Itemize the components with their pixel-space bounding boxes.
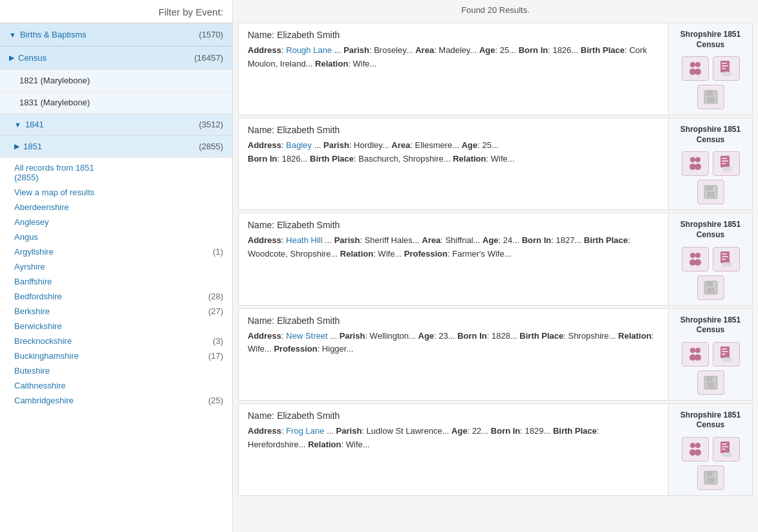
- card-actions-1: Shropshire 1851Census: [668, 23, 752, 114]
- result-5-address-link[interactable]: Frog Lane: [286, 426, 324, 436]
- brecknockshire-link[interactable]: Brecknockshire: [14, 336, 72, 346]
- result-3-address-link[interactable]: Heath Hill: [286, 235, 322, 245]
- result-card-3: Name: Elizabeth Smith Address: Heath Hil…: [238, 213, 753, 305]
- result-1-details: Address: Rough Lane ... Parish: Broseley…: [248, 44, 659, 71]
- filter-title: Filter by Event:: [0, 0, 232, 23]
- link-all-records[interactable]: All records from 1851(2855): [0, 160, 232, 185]
- result-2-address-link[interactable]: Bagley: [286, 140, 312, 150]
- all-records-link[interactable]: All records from 1851(2855): [14, 163, 94, 182]
- card-1-family-button[interactable]: [682, 56, 709, 81]
- svg-point-13: [695, 157, 700, 162]
- link-ayrshire[interactable]: Ayrshire: [0, 259, 232, 274]
- results-header: Found 20 Results.: [233, 0, 758, 20]
- link-bedfordshire[interactable]: Bedfordshire (28): [0, 289, 232, 304]
- census-label: Census: [18, 53, 47, 63]
- census-count: (16457): [194, 53, 223, 63]
- svg-rect-55: [722, 449, 726, 450]
- card-4-family-button[interactable]: [682, 342, 709, 367]
- svg-rect-58: [706, 471, 713, 476]
- berwickshire-link[interactable]: Berwickshire: [14, 321, 62, 331]
- svg-rect-10: [706, 90, 713, 96]
- svg-rect-20: [723, 167, 731, 171]
- card-actions-5: Shropshire 1851Census: [668, 404, 752, 495]
- anglesey-link[interactable]: Anglesey: [14, 217, 49, 227]
- card-2-save-button[interactable]: [697, 180, 724, 204]
- card-actions-4: Shropshire 1851Census: [668, 309, 752, 400]
- link-berkshire[interactable]: Berkshire (27): [0, 304, 232, 319]
- cambridgeshire-link[interactable]: Cambridgeshire: [14, 396, 74, 405]
- link-aberdeenshire[interactable]: Aberdeenshire: [0, 200, 232, 215]
- year-1821-item[interactable]: 1821 (Marylebone): [0, 70, 232, 92]
- card-1-save-button[interactable]: [697, 85, 724, 109]
- link-angus[interactable]: Angus: [0, 229, 232, 244]
- svg-rect-22: [706, 186, 713, 191]
- svg-rect-30: [722, 256, 728, 257]
- bedfordshire-count: (28): [208, 292, 223, 301]
- year-1831-item[interactable]: 1831 (Marylebone): [0, 92, 232, 114]
- card-2-document-button[interactable]: [713, 151, 740, 176]
- link-argyllshire[interactable]: Argyllshire (1): [0, 244, 232, 259]
- card-2-family-button[interactable]: [682, 151, 709, 176]
- banffshire-link[interactable]: Banffshire: [14, 277, 52, 286]
- svg-rect-23: [707, 192, 715, 197]
- save-icon-3: [704, 281, 718, 295]
- bedfordshire-link[interactable]: Bedfordshire: [14, 292, 62, 301]
- link-buckinghamshire[interactable]: Buckinghamshire (17): [0, 348, 232, 363]
- buckinghamshire-count: (17): [208, 351, 223, 361]
- year-1821-label: 1821 (Marylebone): [19, 76, 90, 85]
- result-3-details: Address: Heath Hill ... Parish: Sheriff …: [248, 234, 659, 261]
- card-3-save-button[interactable]: [697, 275, 724, 300]
- card-1-action-row: [682, 56, 740, 81]
- family-icon-4: [687, 346, 704, 362]
- svg-rect-54: [722, 446, 728, 447]
- card-5-save-button[interactable]: [697, 465, 724, 490]
- result-2-name-label: Name: [248, 125, 272, 135]
- cambridgeshire-count: (25): [208, 396, 223, 405]
- result-1-address-link[interactable]: Rough Lane: [286, 45, 332, 55]
- link-anglesey[interactable]: Anglesey: [0, 215, 232, 229]
- births-filter-item[interactable]: ▼ Births & Baptisms (1570): [0, 23, 232, 46]
- result-card-2: Name: Elizabeth Smith Address: Bagley ..…: [238, 118, 753, 210]
- svg-rect-7: [722, 68, 726, 69]
- angus-link[interactable]: Angus: [14, 232, 38, 242]
- svg-point-37: [695, 348, 700, 353]
- link-cambridgeshire[interactable]: Cambridgeshire (25): [0, 393, 232, 408]
- year-1851-item[interactable]: ▶ 1851 (2855): [0, 136, 232, 158]
- ayrshire-link[interactable]: Ayrshire: [14, 262, 45, 271]
- card-3-family-button[interactable]: [682, 247, 709, 271]
- caithnesshire-link[interactable]: Caithnesshire: [14, 381, 66, 390]
- buckinghamshire-link[interactable]: Buckinghamshire: [14, 351, 79, 361]
- svg-rect-31: [722, 259, 726, 260]
- card-5-family-button[interactable]: [682, 437, 709, 462]
- link-view-map[interactable]: View a map of results: [0, 185, 232, 200]
- result-4-address-link[interactable]: New Street: [286, 331, 327, 341]
- card-4-save-button[interactable]: [697, 370, 724, 395]
- result-5-name-line: Name: Elizabeth Smith: [248, 410, 659, 421]
- link-brecknockshire[interactable]: Brecknockshire (3): [0, 334, 232, 348]
- document-icon-4: [719, 346, 733, 363]
- card-actions-2: Shropshire 1851Census: [668, 118, 752, 209]
- census-filter-item[interactable]: ▶ Census (16457): [0, 46, 232, 69]
- svg-rect-34: [706, 281, 713, 286]
- argyllshire-link[interactable]: Argyllshire: [14, 247, 54, 257]
- card-4-document-button[interactable]: [713, 342, 740, 367]
- svg-rect-41: [722, 348, 727, 350]
- card-1-document-button[interactable]: [713, 56, 740, 81]
- card-5-document-button[interactable]: [713, 437, 740, 462]
- berkshire-link[interactable]: Berkshire: [14, 306, 50, 316]
- card-5-collection-title: Shropshire 1851Census: [680, 410, 741, 431]
- year-1841-item[interactable]: ▼ 1841 (3512): [0, 114, 232, 136]
- aberdeenshire-link[interactable]: Aberdeenshire: [14, 202, 69, 212]
- family-icon-5: [687, 442, 704, 457]
- link-banffshire[interactable]: Banffshire: [0, 274, 232, 289]
- link-berwickshire[interactable]: Berwickshire: [0, 319, 232, 334]
- view-map-link[interactable]: View a map of results: [14, 187, 94, 197]
- buteshire-link[interactable]: Buteshire: [14, 366, 50, 376]
- card-3-document-button[interactable]: [713, 247, 740, 271]
- link-buteshire[interactable]: Buteshire: [0, 363, 232, 378]
- link-caithnesshire[interactable]: Caithnesshire: [0, 378, 232, 393]
- svg-rect-59: [707, 478, 715, 483]
- year-1851-sub-links: All records from 1851(2855) View a map o…: [0, 158, 232, 410]
- svg-point-1: [695, 62, 700, 67]
- card-3-collection-title: Shropshire 1851Census: [680, 220, 741, 240]
